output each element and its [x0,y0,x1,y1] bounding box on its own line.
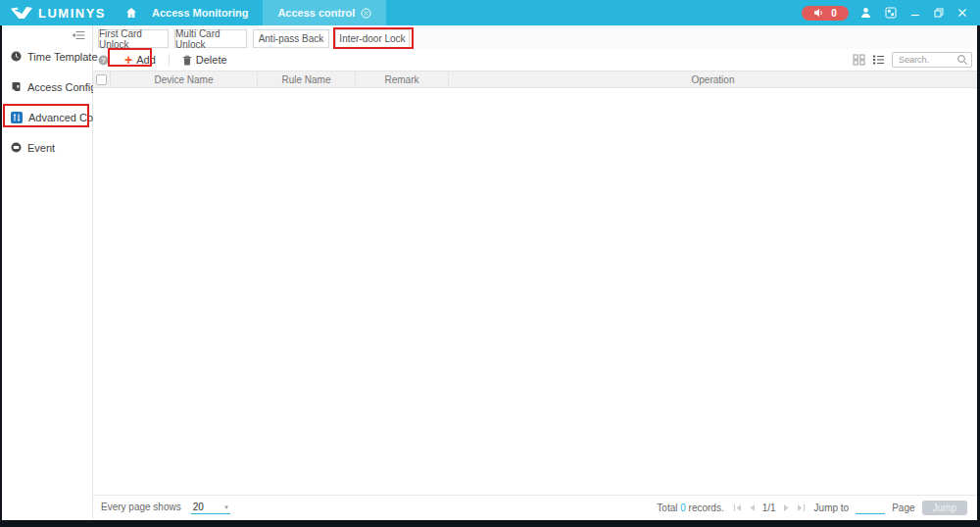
add-label: Add [136,54,156,66]
clock-icon [11,51,22,62]
subtab-anti-pass-back[interactable]: Anti-pass Back [253,29,329,48]
pagination-footer: Every page shows 20 ▾ Total 0 records. [93,495,977,520]
page-indicator: 1/1 [762,503,776,513]
tab-label: Access control [277,7,355,19]
luminys-logo-icon [10,6,33,20]
close-button[interactable] [956,6,969,20]
total-suffix: records. [689,503,724,513]
delete-button[interactable]: Delete [175,51,234,69]
page-size-label: Every page shows [101,502,181,512]
home-button[interactable] [125,7,137,19]
tab-close-icon[interactable] [361,8,371,19]
restore-button[interactable] [932,6,946,20]
grid-view-icon [853,54,865,66]
trash-icon [182,55,192,66]
table-header: Device Name Rule Name Remark Operation [93,71,977,88]
app-logo: LUMINYS [0,6,116,21]
window-content: Time Template Access Config Advanced Con… [2,25,977,520]
page-size-value: 20 [193,502,204,512]
theme-button[interactable] [883,5,899,21]
prev-page-icon[interactable] [749,503,756,512]
speaker-icon [813,8,824,18]
column-remark: Remark [356,72,449,87]
door-panel-icon [11,81,22,92]
minimize-button[interactable] [908,6,922,20]
grid-view-button[interactable] [853,54,865,66]
select-all-checkbox[interactable] [96,74,107,85]
list-view-button[interactable] [872,54,885,66]
chevron-down-icon: ▾ [224,503,228,511]
toolbar: ? + Add Delete [93,51,977,69]
user-button[interactable] [858,5,873,21]
pager: 1/1 [733,503,806,513]
main-panel: First Card Unlock Multi Card Unlock Anti… [93,25,977,520]
alarm-count: 0 [831,8,837,19]
toolbar-divider [169,54,170,66]
sidebar-item-label: Access Config [27,81,96,93]
jump-button[interactable]: Jump [922,501,967,515]
page-label: Page [892,503,914,513]
info-icon: ? [98,55,109,66]
column-rule-name: Rule Name [258,72,356,87]
subtab-inter-door-lock[interactable]: Inter-door Lock [335,29,410,48]
minimize-icon [910,8,920,18]
column-label: Device Name [154,74,213,85]
sliders-icon [11,112,23,123]
subtab-label: Inter-door Lock [339,33,405,44]
info-button[interactable]: ? [98,55,109,66]
column-label: Remark [384,74,418,85]
subtab-multi-card-unlock[interactable]: Multi Card Unlock [174,29,247,48]
next-page-icon[interactable] [783,503,790,512]
svg-text:?: ? [101,56,106,65]
close-icon [957,8,967,18]
alarm-counter-button[interactable]: 0 [802,6,849,21]
logo-text: LUMINYS [38,6,106,21]
collapse-sidebar-icon[interactable] [72,30,85,39]
event-icon [11,142,22,153]
column-operation: Operation [449,72,977,87]
page-size-select[interactable]: 20 ▾ [191,502,230,514]
search-input[interactable] [899,55,956,65]
column-label: Operation [692,74,735,85]
total-count: 0 [680,503,686,513]
sidebar-item-access-config[interactable]: Access Config [2,72,92,102]
subtab-label: First Card Unlock [99,28,168,50]
select-all-cell [93,72,111,87]
top-bar: LUMINYS Access Monitoring Access control… [0,0,980,25]
sidebar-item-advanced-config[interactable]: Advanced Config [2,102,92,132]
user-icon [860,7,871,19]
search-box [892,52,972,68]
subtab-bar: First Card Unlock Multi Card Unlock Anti… [93,25,977,49]
subtab-label: Multi Card Unlock [175,28,246,50]
theme-icon [885,7,897,19]
column-device-name: Device Name [111,72,258,87]
list-view-icon [872,54,885,66]
home-icon [125,7,137,19]
jump-page-input[interactable] [856,503,885,514]
sidebar-item-label: Time Template [27,51,98,63]
subtab-first-card-unlock[interactable]: First Card Unlock [98,29,169,48]
add-button[interactable]: + Add [118,51,163,69]
search-icon[interactable] [956,54,968,66]
sidebar-item-label: Event [27,142,55,154]
last-page-icon[interactable] [797,503,806,512]
table-body-empty [93,88,977,495]
plus-icon: + [124,53,132,67]
topbar-actions: 0 [802,5,980,21]
total-label: Total 0 records. [657,503,723,513]
delete-label: Delete [196,54,227,66]
total-prefix: Total [657,503,677,513]
column-label: Rule Name [281,74,330,85]
restore-icon [934,8,944,18]
subtab-label: Anti-pass Back [259,33,324,44]
sidebar-item-event[interactable]: Event [2,132,92,163]
tab-label: Access Monitoring [152,7,248,19]
sidebar-item-time-template[interactable]: Time Template [2,41,92,72]
first-page-icon[interactable] [733,503,742,512]
jump-to-label: Jump to [814,503,850,513]
tab-access-control[interactable]: Access control [263,0,386,25]
tab-access-monitoring[interactable]: Access Monitoring [137,0,263,25]
sidebar: Time Template Access Config Advanced Con… [2,25,93,520]
